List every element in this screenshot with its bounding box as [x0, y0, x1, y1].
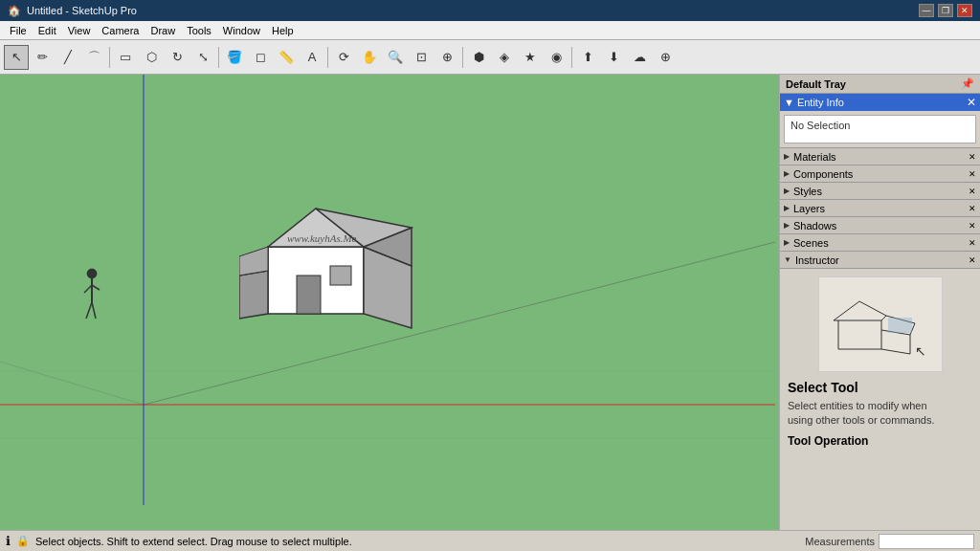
- scale-tool-button[interactable]: ⤡: [190, 45, 215, 70]
- instructor-tool-title: Select Tool: [788, 380, 858, 395]
- scenes-label: Scenes: [793, 237, 829, 249]
- shadows-panel-row[interactable]: ▶ Shadows ✕: [780, 217, 980, 234]
- menu-tools[interactable]: Tools: [181, 23, 217, 38]
- styles-panel-row[interactable]: ▶ Styles ✕: [780, 183, 980, 200]
- shadows-triangle-icon: ▶: [784, 221, 790, 230]
- shadows-label: Shadows: [793, 220, 836, 231]
- measurements-label: Measurements: [805, 536, 875, 547]
- layers-panel-row[interactable]: ▶ Layers ✕: [780, 200, 980, 217]
- components-panel-row[interactable]: ▶ Components ✕: [780, 165, 980, 183]
- main-area: www.kuyhAs.Me Default Tray 📌 ▼: [0, 75, 980, 530]
- select-tool-button[interactable]: ↖: [4, 45, 29, 70]
- measure-tool-button[interactable]: 📏: [274, 45, 299, 70]
- components-triangle-icon: ▶: [784, 169, 790, 178]
- scenes-triangle-icon: ▶: [784, 238, 790, 247]
- pan-tool-button[interactable]: ✋: [357, 45, 382, 70]
- instructor-panel-row[interactable]: ▼ Instructor ✕: [780, 252, 980, 269]
- rectangle-tool-button[interactable]: ▭: [113, 45, 138, 70]
- 3d-warehouse-button[interactable]: ☁: [627, 45, 652, 70]
- minimize-button[interactable]: —: [919, 4, 934, 17]
- svg-marker-13: [239, 247, 268, 276]
- maximize-button[interactable]: ❐: [938, 4, 953, 17]
- zoom-window-button[interactable]: ⊕: [434, 45, 459, 70]
- house-model[interactable]: www.kuyhAs.Me: [239, 170, 459, 362]
- measurements-area: Measurements: [805, 534, 974, 549]
- instructor-illustration: ↖: [818, 276, 943, 372]
- scenes-close-icon[interactable]: ✕: [969, 238, 976, 248]
- toolbar-sep-4: [462, 47, 463, 68]
- paint-tool-button[interactable]: 🪣: [222, 45, 247, 70]
- svg-line-21: [86, 302, 92, 319]
- svg-text:www.kuyhAs.Me: www.kuyhAs.Me: [287, 232, 357, 244]
- svg-line-27: [834, 301, 859, 320]
- statusbar-left: ℹ 🔒 Select objects. Shift to extend sele…: [6, 534, 352, 548]
- svg-line-28: [859, 301, 886, 316]
- svg-line-2: [144, 242, 775, 405]
- entity-info-header[interactable]: ▼ Entity Info ✕: [780, 94, 980, 111]
- menu-edit[interactable]: Edit: [33, 23, 62, 38]
- orbit-tool-button[interactable]: ⟳: [331, 45, 356, 70]
- title-bar: 🏠 Untitled - SketchUp Pro — ❐ ✕: [0, 0, 980, 21]
- text-tool-button[interactable]: A: [300, 45, 324, 70]
- styles-label: Styles: [793, 186, 822, 197]
- styles-close-icon[interactable]: ✕: [969, 187, 976, 196]
- scenes-panel-row[interactable]: ▶ Scenes ✕: [780, 234, 980, 252]
- rotate-tool-button[interactable]: ↻: [165, 45, 189, 70]
- menu-file[interactable]: File: [4, 23, 33, 38]
- zoom-tool-button[interactable]: 🔍: [383, 45, 408, 70]
- menu-view[interactable]: View: [62, 23, 97, 38]
- components-close-icon[interactable]: ✕: [969, 169, 976, 179]
- tray-header: Default Tray 📌: [780, 75, 980, 94]
- menu-draw[interactable]: Draw: [145, 23, 181, 38]
- status-text: Select objects. Shift to extend select. …: [35, 536, 352, 547]
- svg-line-22: [92, 302, 96, 319]
- materials-button[interactable]: ◈: [492, 45, 517, 70]
- measurements-input[interactable]: [879, 534, 974, 549]
- arc-tool-button[interactable]: ⌒: [81, 45, 106, 70]
- right-panel: Default Tray 📌 ▼ Entity Info ✕ No Select…: [779, 75, 980, 530]
- components-button[interactable]: ⬢: [466, 45, 491, 70]
- window-controls[interactable]: — ❐ ✕: [919, 4, 972, 17]
- instructor-close-icon[interactable]: ✕: [969, 255, 976, 265]
- pencil-tool-button[interactable]: ✏: [30, 45, 55, 70]
- materials-close-icon[interactable]: ✕: [969, 152, 976, 162]
- export-button[interactable]: ⬇: [601, 45, 626, 70]
- svg-rect-36: [888, 318, 912, 333]
- menu-window[interactable]: Window: [217, 23, 266, 38]
- title-bar-left: 🏠 Untitled - SketchUp Pro: [8, 5, 137, 17]
- materials-triangle-icon: ▶: [784, 152, 790, 161]
- entity-info-title: Entity Info: [797, 97, 844, 108]
- materials-panel-row[interactable]: ▶ Materials ✕: [780, 148, 980, 165]
- shadows-close-icon[interactable]: ✕: [969, 221, 976, 231]
- svg-line-20: [92, 285, 100, 290]
- import-button[interactable]: ⬆: [575, 45, 600, 70]
- no-selection-label: No Selection: [791, 120, 850, 131]
- pushpull-tool-button[interactable]: ⬡: [139, 45, 164, 70]
- svg-line-29: [881, 316, 886, 320]
- tray-pin-icon[interactable]: 📌: [961, 77, 974, 90]
- menu-bar: File Edit View Camera Draw Tools Window …: [0, 21, 980, 40]
- svg-text:↖: ↖: [915, 343, 926, 359]
- svg-marker-8: [239, 271, 268, 319]
- materials-label: Materials: [793, 151, 836, 163]
- menu-help[interactable]: Help: [266, 23, 300, 38]
- eraser-tool-button[interactable]: ◻: [248, 45, 273, 70]
- layers-close-icon[interactable]: ✕: [969, 204, 976, 213]
- zoom-extents-button[interactable]: ⊡: [409, 45, 434, 70]
- info-icon[interactable]: ℹ: [6, 534, 11, 548]
- person-figure: [81, 266, 102, 323]
- close-button[interactable]: ✕: [957, 4, 972, 17]
- entity-info-close-icon[interactable]: ✕: [967, 96, 976, 109]
- viewport[interactable]: www.kuyhAs.Me: [0, 75, 779, 530]
- extension-button[interactable]: ⊕: [653, 45, 678, 70]
- menu-camera[interactable]: Camera: [96, 23, 145, 38]
- line-tool-button[interactable]: ╱: [56, 45, 80, 70]
- toolbar-sep-3: [327, 47, 328, 68]
- scenes-button[interactable]: ◉: [544, 45, 568, 70]
- instructor-content-area: ↖ Select Tool Select entities to modify …: [780, 269, 980, 530]
- app-title: Untitled - SketchUp Pro: [27, 5, 137, 16]
- styles-button[interactable]: ★: [518, 45, 543, 70]
- entity-info-panel: ▼ Entity Info ✕ No Selection: [780, 94, 980, 148]
- lock-icon[interactable]: 🔒: [16, 535, 30, 547]
- styles-triangle-icon: ▶: [784, 187, 790, 195]
